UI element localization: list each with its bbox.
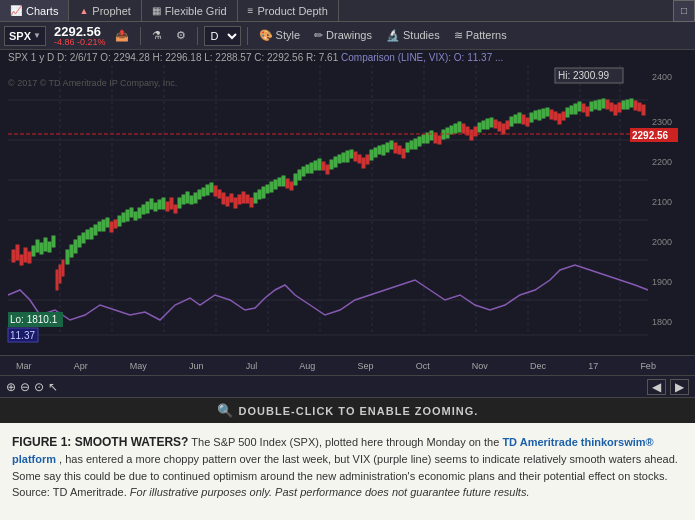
svg-text:1900: 1900 (652, 277, 672, 287)
svg-rect-89 (258, 190, 261, 199)
symbol-dropdown-icon[interactable]: ▼ (33, 31, 41, 40)
svg-rect-106 (326, 165, 329, 174)
scroll-left-button[interactable]: ◀ (647, 379, 666, 395)
zoom-reset-button[interactable]: ⊙ (34, 380, 44, 394)
drawings-button[interactable]: ✏ Drawings (309, 25, 377, 47)
svg-rect-127 (410, 141, 413, 149)
svg-rect-152 (510, 117, 513, 126)
svg-rect-46 (86, 230, 89, 239)
svg-rect-162 (550, 110, 553, 119)
scroll-right-button[interactable]: ▶ (670, 379, 689, 395)
tab-prophet[interactable]: ▲ Prophet (69, 0, 141, 21)
date-axis: Mar Apr May Jun Jul Aug Sep Oct Nov Dec … (0, 355, 695, 375)
svg-rect-117 (370, 150, 373, 160)
tab-product-depth[interactable]: ≡ Product Depth (238, 0, 339, 21)
svg-rect-177 (610, 103, 613, 111)
symbol-text: SPX (9, 30, 31, 42)
svg-rect-40 (62, 260, 64, 276)
date-labels: Mar Apr May Jun Jul Aug Sep Oct Nov Dec … (16, 361, 656, 371)
svg-text:11.37: 11.37 (10, 330, 35, 341)
svg-rect-96 (286, 179, 289, 188)
date-sep: Sep (358, 361, 374, 371)
svg-rect-29 (20, 255, 23, 265)
zoom-banner[interactable]: 🔍 DOUBLE-CLICK TO ENABLE ZOOMING. (0, 397, 695, 423)
tab-charts[interactable]: 📈 Charts (0, 0, 69, 21)
svg-rect-174 (598, 100, 601, 110)
toolbar-sep-3 (247, 27, 248, 45)
svg-rect-93 (274, 180, 277, 189)
svg-rect-159 (538, 110, 541, 120)
date-aug: Aug (299, 361, 315, 371)
svg-rect-132 (430, 131, 433, 140)
svg-rect-59 (138, 208, 141, 218)
share-button[interactable]: 📤 (110, 25, 134, 47)
studies-button[interactable]: 🔬 Studies (381, 25, 445, 47)
flex-grid-icon: ▦ (152, 5, 161, 16)
tab-bar: 📈 Charts ▲ Prophet ▦ Flexible Grid ≡ Pro… (0, 0, 695, 22)
cursor-button[interactable]: ↖ (48, 380, 58, 394)
info-bar: SPX 1 y D D: 2/6/17 O: 2294.28 H: 2296.1… (8, 52, 503, 63)
svg-rect-167 (570, 106, 573, 114)
svg-rect-36 (48, 242, 51, 252)
svg-rect-144 (478, 123, 481, 132)
chart-svg[interactable]: 2400 2300 2200 2100 2000 1900 1800 (0, 50, 695, 355)
svg-rect-82 (230, 194, 233, 202)
watermark: © 2017 © TD Ameritrade IP Company, Inc. (8, 78, 177, 88)
svg-rect-94 (278, 178, 281, 186)
svg-rect-136 (446, 128, 449, 138)
caption-title: FIGURE 1: SMOOTH WATERS? (12, 435, 188, 449)
svg-rect-156 (526, 118, 529, 126)
symbol-box[interactable]: SPX ▼ (4, 26, 46, 46)
svg-rect-146 (486, 119, 489, 129)
svg-text:2000: 2000 (652, 237, 672, 247)
zoom-banner-icon: 🔍 (217, 403, 233, 418)
svg-rect-115 (362, 158, 365, 168)
svg-rect-157 (530, 113, 533, 122)
svg-rect-170 (582, 104, 585, 112)
svg-rect-155 (522, 115, 525, 124)
svg-rect-31 (28, 252, 31, 263)
patterns-button[interactable]: ≋ Patterns (449, 25, 512, 47)
svg-rect-138 (454, 124, 457, 133)
svg-rect-128 (414, 139, 417, 149)
svg-rect-74 (198, 190, 201, 199)
svg-rect-0 (0, 50, 695, 355)
svg-rect-58 (134, 212, 137, 220)
svg-text:Lo: 1810.1: Lo: 1810.1 (10, 314, 58, 325)
tab-flexible-grid[interactable]: ▦ Flexible Grid (142, 0, 238, 21)
settings-button[interactable]: ⚙ (171, 25, 191, 47)
svg-rect-47 (90, 228, 93, 239)
svg-rect-90 (262, 187, 265, 198)
svg-rect-41 (66, 250, 69, 264)
svg-rect-184 (638, 103, 641, 111)
svg-rect-140 (462, 124, 465, 133)
window-button[interactable]: □ (673, 0, 695, 22)
prophet-label: Prophet (92, 5, 131, 17)
svg-rect-64 (158, 200, 161, 209)
svg-rect-72 (190, 196, 193, 204)
svg-rect-55 (122, 213, 125, 222)
svg-text:1800: 1800 (652, 317, 672, 327)
svg-rect-60 (142, 205, 145, 214)
svg-rect-27 (12, 250, 15, 262)
zoom-in-button[interactable]: ⊕ (6, 380, 16, 394)
flask-button[interactable]: ⚗ (147, 25, 167, 47)
svg-rect-51 (106, 218, 109, 227)
svg-rect-43 (74, 240, 77, 253)
style-button[interactable]: 🎨 🎨 StyleStyle (254, 25, 306, 47)
svg-rect-50 (102, 220, 105, 231)
svg-rect-28 (16, 245, 19, 260)
svg-rect-77 (210, 183, 213, 192)
svg-rect-111 (346, 151, 349, 162)
period-select[interactable]: D W M (204, 26, 241, 46)
date-may: May (130, 361, 147, 371)
zoom-out-button[interactable]: ⊖ (20, 380, 30, 394)
svg-rect-180 (622, 101, 625, 109)
svg-rect-87 (250, 198, 253, 207)
svg-rect-66 (166, 202, 169, 211)
svg-rect-163 (554, 112, 557, 120)
caption-body: FIGURE 1: SMOOTH WATERS? The S&P 500 Ind… (12, 433, 683, 501)
svg-rect-110 (342, 153, 345, 162)
svg-rect-151 (506, 121, 509, 129)
toolbar-sep-2 (197, 27, 198, 45)
